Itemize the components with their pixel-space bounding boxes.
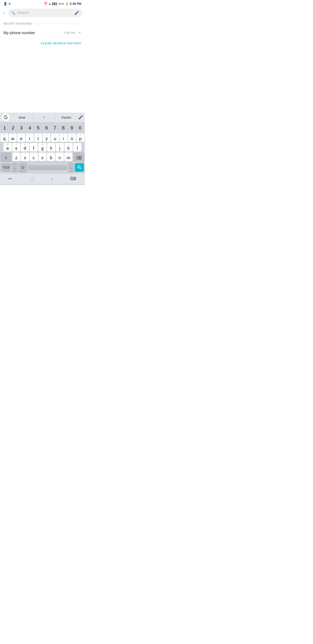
- key-v[interactable]: 'v: [38, 152, 46, 161]
- key-t[interactable]: [t: [34, 133, 42, 142]
- wifi-icon: ▲: [48, 2, 51, 6]
- header-divider: [34, 24, 81, 24]
- key-s[interactable]: #s: [12, 143, 20, 152]
- num-switch-key[interactable]: ?123: [1, 164, 11, 171]
- backspace-key[interactable]: ⌫: [73, 152, 84, 161]
- key-2[interactable]: 2: [9, 123, 17, 132]
- recent-searches-header: RECENT SEARCHES: [0, 19, 85, 28]
- alarm-icon: ⏰: [44, 2, 47, 6]
- search-placeholder: Search: [17, 11, 73, 15]
- recent-searches-label: RECENT SEARCHES: [3, 22, 32, 25]
- key-7[interactable]: 7: [51, 123, 59, 132]
- search-item-text: My phone number: [3, 31, 64, 35]
- key-l[interactable]: )l: [73, 143, 81, 152]
- keyboard-row-3: ⇧ z *x "c 'v :b ;n !m ⌫: [0, 152, 85, 162]
- clock: 2:46 PM: [70, 2, 81, 6]
- suggestion-what[interactable]: what: [12, 116, 32, 119]
- svg-line-1: [80, 168, 81, 169]
- period-key[interactable]: .: [68, 162, 74, 172]
- key-f[interactable]: -f: [29, 143, 38, 152]
- search-enter-key[interactable]: [75, 163, 84, 172]
- search-bar-row: ‹ 🔍 Search 🎤: [0, 7, 85, 19]
- nav-bar: ↩ ⬜ ↓ ⌨: [0, 174, 85, 184]
- key-w[interactable]: \w: [9, 133, 17, 142]
- key-6[interactable]: 6: [42, 123, 51, 132]
- nav-down-icon[interactable]: ↓: [51, 176, 53, 181]
- search-history-item[interactable]: My phone number 2:46 PM ✕: [0, 28, 85, 38]
- status-left-icons: 👤 ⊞: [3, 2, 11, 6]
- key-h[interactable]: -h: [47, 143, 55, 152]
- key-y[interactable]: ]y: [43, 133, 51, 142]
- emoji-key[interactable]: ☺: [18, 162, 27, 172]
- search-input-container[interactable]: 🔍 Search 🎤: [8, 9, 82, 17]
- key-1[interactable]: 1: [0, 123, 9, 132]
- search-icon: 🔍: [11, 11, 15, 15]
- back-button[interactable]: ‹: [2, 10, 6, 16]
- battery-percent: 61%: [58, 2, 64, 6]
- search-item-close-icon[interactable]: ✕: [78, 30, 81, 35]
- content-area: [0, 47, 85, 112]
- key-a[interactable]: @a: [3, 143, 11, 152]
- status-right-icons: ⏰ ▲ ▌▌▌ 61% 🔋 2:46 PM: [44, 2, 81, 6]
- status-bar: 👤 ⊞ ⏰ ▲ ▌▌▌ 61% 🔋 2:46 PM: [0, 0, 85, 7]
- key-r[interactable]: =r: [26, 133, 34, 142]
- keyboard-number-row: 1 2 3 4 5 6 7 8 9 0: [0, 122, 85, 133]
- suggestion-thanks[interactable]: thanks: [56, 116, 76, 119]
- key-8[interactable]: 8: [59, 123, 68, 132]
- key-p[interactable]: }p: [76, 133, 84, 142]
- suggestion-middle[interactable]: I: [34, 116, 54, 119]
- keyboard-suggestions-row: what I thanks 🎤: [0, 112, 85, 122]
- key-k[interactable]: (k: [64, 143, 73, 152]
- suggestion-divider-1: [33, 115, 33, 120]
- key-c[interactable]: "c: [30, 152, 38, 161]
- keyboard: what I thanks 🎤 1 2 3 4 5 6 7 8 9 0 %q \…: [0, 112, 85, 185]
- key-0[interactable]: 0: [76, 123, 84, 132]
- nav-back-icon[interactable]: ↩: [8, 176, 12, 181]
- key-q[interactable]: %q: [0, 133, 8, 142]
- keyboard-bottom-row: ?123 , ☺ .: [0, 162, 85, 174]
- key-d[interactable]: $d: [21, 143, 29, 152]
- nav-square-icon[interactable]: ⬜: [29, 176, 34, 181]
- keyboard-mic-icon[interactable]: 🎤: [78, 115, 83, 120]
- key-j[interactable]: +j: [56, 143, 64, 152]
- key-m[interactable]: !m: [64, 152, 72, 161]
- clear-search-history-button[interactable]: CLEAR SEARCH HISTORY: [41, 42, 81, 45]
- key-o[interactable]: {o: [68, 133, 76, 142]
- key-g[interactable]: &g: [38, 143, 46, 152]
- scan-icon: ⊞: [8, 2, 11, 5]
- account-icon: 👤: [3, 2, 7, 6]
- key-e[interactable]: |e: [17, 133, 25, 142]
- clear-history-row: CLEAR SEARCH HISTORY: [0, 38, 85, 47]
- keyboard-row-1: %q \w |e =r [t ]y <u >i {o }p: [0, 133, 85, 142]
- key-b[interactable]: :b: [47, 152, 55, 161]
- key-3[interactable]: 3: [17, 123, 26, 132]
- key-x[interactable]: *x: [21, 152, 29, 161]
- nav-keyboard-icon[interactable]: ⌨: [70, 176, 76, 181]
- key-9[interactable]: 9: [68, 123, 76, 132]
- signal-icon: ▌▌▌: [52, 2, 57, 5]
- key-i[interactable]: >i: [59, 133, 67, 142]
- shift-key[interactable]: ⇧: [0, 152, 12, 161]
- key-z[interactable]: z: [12, 152, 20, 161]
- mic-icon[interactable]: 🎤: [74, 10, 79, 15]
- space-key[interactable]: [28, 165, 67, 170]
- search-item-time: 2:46 PM: [64, 31, 75, 34]
- key-4[interactable]: 4: [26, 123, 34, 132]
- suggestion-divider-2: [55, 115, 55, 120]
- key-u[interactable]: <u: [51, 133, 59, 142]
- key-n[interactable]: ;n: [56, 152, 64, 161]
- google-logo: [2, 113, 9, 121]
- keyboard-row-2: @a #s $d -f &g -h +j (k )l: [0, 142, 85, 152]
- comma-key[interactable]: ,: [12, 162, 17, 172]
- key-5[interactable]: 5: [34, 123, 42, 132]
- battery-icon: 🔋: [65, 2, 69, 6]
